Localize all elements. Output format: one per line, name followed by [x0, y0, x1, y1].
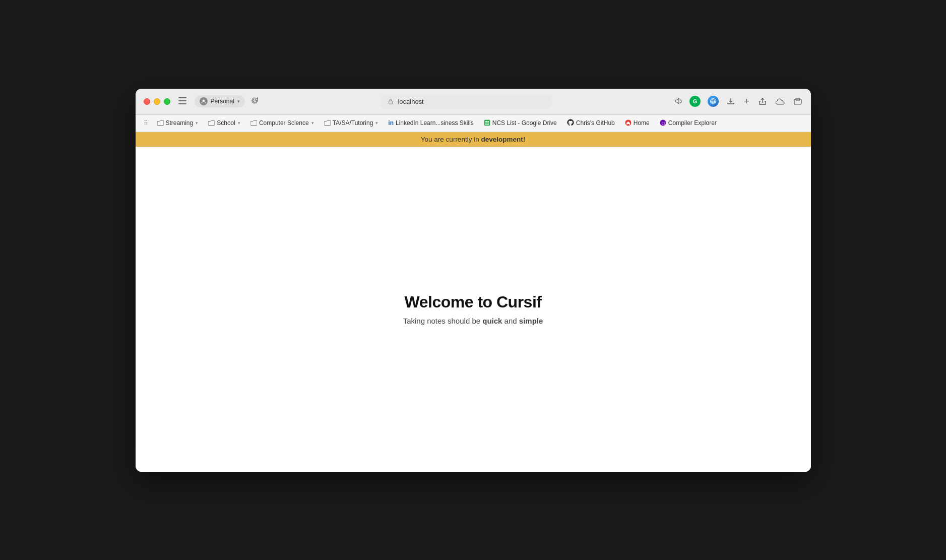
bookmark-linkedin[interactable]: in LinkedIn Learn...siness Skills — [384, 118, 477, 128]
bookmark-computer-science[interactable]: Computer Science ▾ — [246, 118, 318, 128]
svg-text:CE: CE — [661, 121, 665, 125]
svg-rect-9 — [485, 121, 487, 122]
audio-button[interactable] — [674, 97, 682, 105]
share-button[interactable] — [758, 96, 768, 106]
subtitle-simple: simple — [519, 317, 543, 325]
welcome-subtitle: Taking notes should be quick and simple — [403, 317, 543, 325]
welcome-title: Welcome to Cursif — [403, 293, 543, 312]
folder-icon — [157, 120, 164, 127]
dev-banner: You are currently in development! — [136, 132, 811, 147]
profile-icon — [200, 97, 208, 105]
new-tab-button[interactable]: + — [743, 96, 750, 107]
svg-rect-12 — [487, 122, 489, 123]
bookmark-ncs-list[interactable]: NCS List - Google Drive — [480, 118, 561, 129]
profile-pill[interactable]: Personal ▾ — [195, 95, 245, 107]
bookmark-ncs-label: NCS List - Google Drive — [492, 119, 557, 127]
svg-rect-1 — [178, 100, 186, 101]
browser-controls-right: G + — [674, 96, 803, 107]
tabs-overview-button[interactable] — [793, 96, 803, 106]
svg-rect-0 — [178, 97, 186, 98]
bookmark-ta-label: TA/SA/Tutoring — [333, 119, 373, 127]
chevron-down-icon: ▾ — [238, 120, 240, 126]
address-bar-container: localhost — [265, 95, 668, 108]
profile-chevron-icon: ▾ — [237, 99, 240, 104]
svg-point-3 — [203, 100, 205, 102]
main-content: Welcome to Cursif Taking notes should be… — [136, 147, 811, 472]
home-favicon-icon — [625, 119, 632, 127]
bookmark-streaming[interactable]: Streaming ▾ — [153, 118, 203, 128]
bookmarks-toolbar: ⠿ Streaming ▾ School ▾ — [136, 115, 811, 132]
bookmark-home-label: Home — [634, 119, 650, 127]
github-icon — [567, 119, 574, 127]
toolbar-grip-icon: ⠿ — [144, 119, 148, 127]
bookmark-github[interactable]: Chris's GitHub — [563, 117, 619, 129]
address-bar[interactable]: localhost — [381, 95, 552, 108]
bookmark-home[interactable]: Home — [621, 118, 654, 129]
svg-rect-10 — [487, 121, 489, 122]
bookmark-streaming-label: Streaming — [166, 119, 194, 127]
welcome-section: Welcome to Cursif Taking notes should be… — [403, 293, 543, 325]
globe-extension-icon[interactable] — [708, 96, 719, 107]
dev-banner-text-prefix: You are currently in — [421, 136, 481, 143]
compiler-favicon-icon: CE — [660, 119, 666, 127]
chevron-down-icon: ▾ — [196, 120, 198, 126]
bookmark-ta-tutoring[interactable]: TA/SA/Tutoring ▾ — [320, 118, 383, 128]
maximize-button[interactable] — [164, 98, 170, 105]
bookmark-compiler-explorer[interactable]: CE Compiler Explorer — [656, 118, 721, 129]
svg-rect-2 — [178, 103, 186, 104]
downloads-button[interactable] — [726, 96, 736, 106]
bookmark-school[interactable]: School ▾ — [204, 118, 244, 128]
bookmark-linkedin-label: LinkedIn Learn...siness Skills — [396, 119, 474, 127]
title-bar: Personal ▾ localhost — [136, 89, 811, 115]
svg-rect-13 — [485, 124, 489, 125]
subtitle-quick: quick — [482, 317, 502, 325]
chevron-down-icon: ▾ — [375, 120, 378, 126]
linkedin-icon: in — [388, 119, 394, 127]
traffic-lights — [144, 98, 170, 105]
chevron-down-icon: ▾ — [311, 120, 314, 126]
icloud-button[interactable] — [775, 97, 786, 106]
minimize-button[interactable] — [154, 98, 160, 105]
folder-icon — [250, 120, 257, 127]
url-text: localhost — [398, 98, 423, 105]
close-button[interactable] — [144, 98, 150, 105]
dev-banner-text-bold: development! — [481, 136, 525, 143]
lock-icon — [388, 98, 394, 104]
reload-button[interactable] — [251, 97, 259, 106]
bookmark-github-label: Chris's GitHub — [576, 119, 615, 127]
svg-rect-11 — [485, 122, 487, 123]
bookmark-school-label: School — [217, 119, 235, 127]
sidebar-toggle-button[interactable] — [176, 95, 188, 108]
browser-window: Personal ▾ localhost — [136, 89, 811, 472]
subtitle-middle: and — [502, 317, 519, 325]
profile-label: Personal — [211, 98, 234, 105]
bookmark-compiler-label: Compiler Explorer — [668, 119, 717, 127]
sheets-icon — [484, 119, 490, 127]
grammarly-extension-icon[interactable]: G — [689, 96, 701, 107]
svg-rect-4 — [389, 101, 393, 104]
bookmark-cs-label: Computer Science — [259, 119, 309, 127]
folder-icon — [208, 120, 215, 127]
subtitle-prefix: Taking notes should be — [403, 317, 483, 325]
folder-icon — [324, 120, 331, 127]
